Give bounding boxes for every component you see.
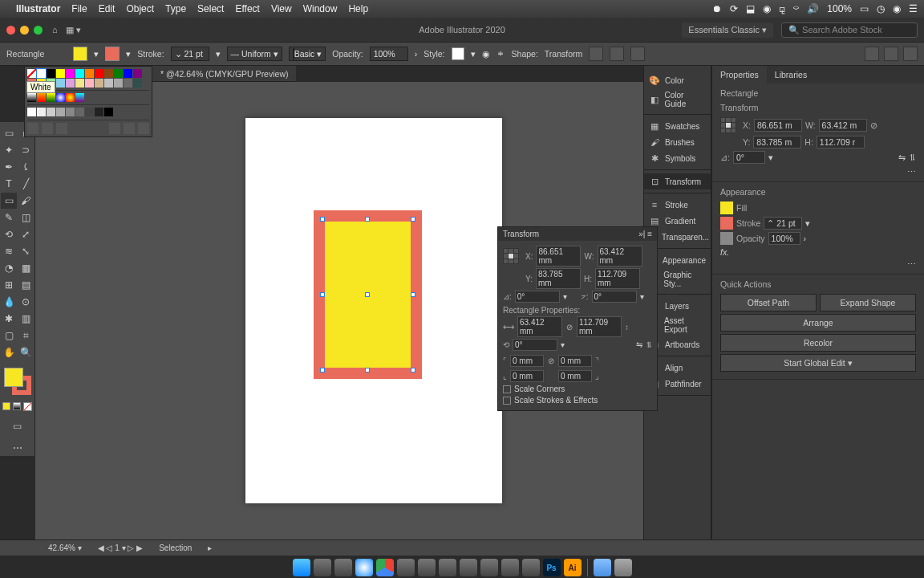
swatch-gradient[interactable] bbox=[75, 93, 84, 102]
swatch-gradient[interactable] bbox=[66, 93, 75, 102]
props-opacity-field[interactable]: 100% bbox=[768, 232, 800, 245]
swatch[interactable] bbox=[47, 108, 55, 116]
lang-icon[interactable]: ◉ bbox=[893, 3, 901, 14]
free-transform-tool[interactable]: ⤡ bbox=[18, 243, 34, 259]
qa-expand-shape[interactable]: Expand Shape bbox=[820, 294, 916, 311]
swatch-opts-icon[interactable] bbox=[56, 123, 67, 134]
gradient-tool[interactable]: ▤ bbox=[18, 277, 34, 293]
handle-ml[interactable] bbox=[320, 292, 325, 297]
menu-help[interactable]: Help bbox=[348, 3, 368, 14]
dock-app-icon[interactable] bbox=[439, 559, 456, 576]
extra-icon[interactable] bbox=[630, 47, 645, 61]
props-w-field[interactable]: 63.412 m bbox=[819, 119, 867, 132]
shear-field[interactable]: 0° bbox=[592, 291, 637, 303]
handle-bl[interactable] bbox=[320, 368, 325, 372]
dock-prefs-icon[interactable] bbox=[522, 559, 540, 576]
battery-text[interactable]: 100% bbox=[827, 3, 852, 14]
swatch[interactable] bbox=[95, 69, 103, 78]
layout-icon[interactable]: ▦ ▾ bbox=[66, 25, 81, 35]
swatch[interactable] bbox=[85, 69, 94, 78]
menu-effect[interactable]: Effect bbox=[235, 3, 259, 14]
props-ref-point[interactable] bbox=[720, 117, 736, 133]
y-field[interactable]: 83.785 mm bbox=[536, 268, 581, 289]
corner-br-field[interactable]: 0 mm bbox=[558, 370, 592, 382]
swatch[interactable] bbox=[133, 69, 142, 78]
more-options-icon-2[interactable]: ⋯ bbox=[907, 259, 916, 269]
props-h-field[interactable]: 112.709 r bbox=[817, 136, 865, 149]
qa-offset-path[interactable]: Offset Path bbox=[720, 294, 817, 311]
graph-tool[interactable]: ▥ bbox=[18, 311, 34, 327]
menu-file[interactable]: File bbox=[71, 3, 87, 14]
opacity-field[interactable]: 100% bbox=[370, 47, 408, 61]
corner-tl-field[interactable]: 0 mm bbox=[510, 355, 544, 367]
stroke-swatch[interactable] bbox=[105, 47, 120, 61]
gradient-mode-icon[interactable] bbox=[13, 402, 21, 410]
dock-folder-icon[interactable] bbox=[594, 559, 611, 576]
props-y-field[interactable]: 83.785 m bbox=[753, 136, 801, 149]
swatch-del-icon[interactable] bbox=[138, 123, 149, 134]
search-input[interactable]: 🔍 Search Adobe Stock bbox=[781, 22, 918, 38]
scale-corners-checkbox[interactable]: Scale Corners bbox=[503, 385, 652, 393]
maximize-icon[interactable] bbox=[34, 26, 43, 35]
corner-link-icon[interactable]: ⊘ bbox=[547, 352, 555, 368]
swatch[interactable] bbox=[124, 69, 132, 78]
flip-h-icon[interactable]: ⇋ bbox=[636, 340, 642, 349]
rotate-tool[interactable]: ⟲ bbox=[1, 226, 17, 242]
swatch[interactable] bbox=[75, 79, 84, 88]
dock-app-icon[interactable] bbox=[418, 559, 436, 576]
volume-icon[interactable]: 🔊 bbox=[807, 3, 819, 14]
props-flip-h-icon[interactable]: ⇋ bbox=[898, 153, 906, 162]
recolor-icon[interactable]: ◉ bbox=[482, 49, 490, 59]
dropbox-icon[interactable]: ⬓ bbox=[746, 3, 755, 14]
isolate-icon[interactable] bbox=[589, 47, 603, 61]
color-mode-icon[interactable] bbox=[2, 402, 10, 410]
swatch[interactable] bbox=[66, 108, 75, 116]
swatch[interactable] bbox=[124, 79, 132, 88]
stroke-weight-field[interactable]: ⌄ 21 pt bbox=[171, 47, 209, 61]
shaper-tool[interactable]: ✎ bbox=[1, 210, 17, 226]
dock-ps-icon[interactable]: Ps bbox=[543, 559, 561, 576]
symbol-spray-tool[interactable]: ✱ bbox=[1, 311, 17, 327]
dock-app-icon[interactable] bbox=[501, 559, 519, 576]
x-field[interactable]: 86.651 mm bbox=[536, 246, 581, 267]
line-tool[interactable]: ╱ bbox=[18, 176, 34, 192]
opacity-chip[interactable] bbox=[720, 232, 733, 245]
perspective-tool[interactable]: ▦ bbox=[18, 260, 34, 276]
menu-select[interactable]: Select bbox=[197, 3, 224, 14]
swatch[interactable] bbox=[56, 79, 65, 88]
scale-tool[interactable]: ⤢ bbox=[18, 226, 34, 242]
more-options-icon[interactable]: ⋯ bbox=[907, 167, 916, 177]
magic-wand-tool[interactable]: ✦ bbox=[1, 142, 17, 158]
handle-tr[interactable] bbox=[411, 217, 415, 222]
zoom-dropdown[interactable]: 42.64% ▾ bbox=[48, 543, 82, 552]
screen-mode-icon[interactable]: ▭ bbox=[10, 418, 26, 434]
crop-icon[interactable] bbox=[610, 47, 624, 61]
swatch-save-icon[interactable] bbox=[42, 123, 53, 134]
swatch[interactable] bbox=[85, 79, 94, 88]
swatch[interactable] bbox=[37, 108, 46, 116]
fx-icon[interactable]: fx. bbox=[720, 247, 729, 257]
brush-tool[interactable]: 🖌 bbox=[18, 193, 34, 209]
swatch[interactable] bbox=[75, 69, 84, 78]
dock-siri-icon[interactable] bbox=[334, 559, 352, 576]
swatch[interactable] bbox=[114, 69, 123, 78]
mesh-tool[interactable]: ⊞ bbox=[1, 277, 17, 293]
props-angle-field[interactable]: 0° bbox=[733, 151, 765, 164]
wifi-icon[interactable]: ⌔ bbox=[793, 3, 799, 14]
swatch-gradient[interactable] bbox=[27, 93, 36, 102]
swatch[interactable] bbox=[95, 108, 103, 116]
transform-btn-label[interactable]: Transform bbox=[545, 49, 582, 59]
handle-mr[interactable] bbox=[411, 292, 415, 297]
swatch[interactable] bbox=[56, 108, 65, 116]
curvature-tool[interactable]: ⤹ bbox=[18, 159, 34, 175]
rectangle-object[interactable] bbox=[314, 210, 422, 379]
swatch-lib-icon[interactable] bbox=[27, 123, 38, 134]
swatch[interactable] bbox=[27, 108, 36, 116]
swatch[interactable] bbox=[56, 69, 65, 78]
swatch-none[interactable] bbox=[27, 69, 36, 78]
type-tool[interactable]: T bbox=[1, 176, 17, 192]
reference-point[interactable] bbox=[503, 248, 519, 264]
dock-finder-icon[interactable] bbox=[293, 559, 310, 576]
qa-global-edit[interactable]: Start Global Edit ▾ bbox=[720, 354, 916, 372]
flip-v-icon[interactable]: ⥮ bbox=[646, 340, 652, 349]
